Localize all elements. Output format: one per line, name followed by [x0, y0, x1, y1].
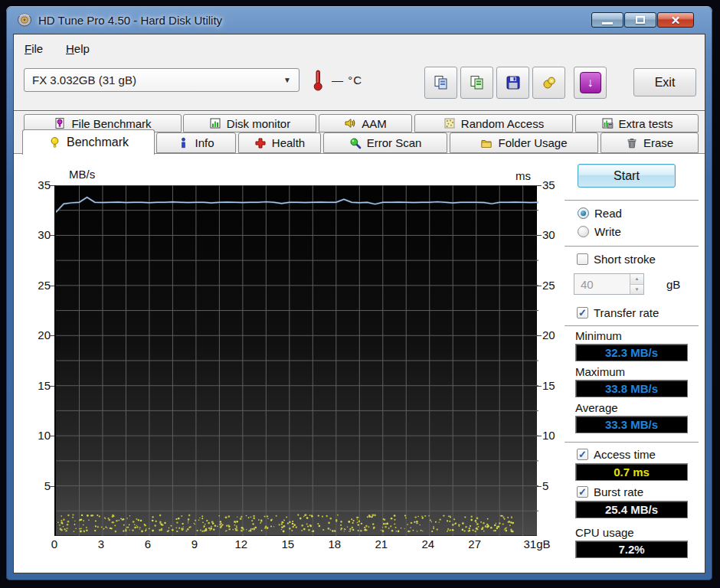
- x-tick-label: 0: [39, 537, 70, 550]
- burst-rate-row: ✓ Burst rate: [577, 485, 643, 498]
- start-button[interactable]: Start: [578, 164, 676, 188]
- info-icon: [178, 137, 189, 149]
- minimize-button[interactable]: [591, 12, 623, 28]
- copy-screenshot-icon: [433, 74, 450, 91]
- burst-rate-label: Burst rate: [594, 485, 643, 498]
- tab-aam[interactable]: AAM: [319, 114, 412, 132]
- toolbar-divider: [14, 110, 705, 112]
- y-tick-label-left: 30: [21, 228, 51, 242]
- short-stroke-value: 40: [574, 274, 630, 294]
- write-radio[interactable]: [578, 226, 589, 237]
- short-stroke-checkbox[interactable]: [577, 253, 588, 265]
- benchmark-chart: [54, 185, 537, 536]
- folder-icon: [480, 137, 493, 149]
- y-tick-mark: [50, 235, 54, 236]
- tab-benchmark[interactable]: Benchmark: [22, 129, 155, 155]
- x-tick-label: 3: [86, 537, 116, 550]
- spinner-up-icon[interactable]: ▲: [630, 274, 643, 285]
- y-tick-mark: [537, 436, 542, 436]
- transfer-rate-label: Transfer rate: [594, 306, 659, 319]
- save-icon: [505, 74, 522, 91]
- close-button[interactable]: ✕: [657, 12, 694, 28]
- drive-select-value: FX 3.032GB (31 gB): [32, 74, 136, 87]
- x-tick-label: 15: [273, 537, 303, 550]
- y-tick-mark: [50, 386, 54, 387]
- exit-button[interactable]: Exit: [633, 68, 696, 96]
- magnifier-icon: [349, 137, 362, 149]
- title-bar: HD Tune Pro 4.50 - Hard Disk Utility ✕: [6, 6, 712, 34]
- tab-health[interactable]: Health: [238, 132, 321, 153]
- tab-info[interactable]: Info: [156, 132, 236, 153]
- y-tick-label-left: 10: [21, 429, 51, 443]
- y-tick-label-left: 25: [21, 279, 51, 292]
- spinner-down-icon[interactable]: ▼: [630, 285, 643, 295]
- y-tick-label-right: 20: [542, 328, 571, 342]
- menu-file[interactable]: File: [20, 40, 47, 57]
- x-end-label: 31gB: [514, 537, 560, 550]
- burst-rate-checkbox[interactable]: ✓: [577, 486, 588, 498]
- tab-folder-usage[interactable]: Folder Usage: [450, 132, 598, 153]
- transfer-rate-checkbox[interactable]: ✓: [577, 307, 588, 318]
- speaker-icon: [344, 117, 356, 129]
- y-tick-mark: [537, 185, 542, 186]
- y-tick-label-right: 25: [542, 279, 571, 292]
- x-tick-label: 18: [319, 537, 350, 550]
- maximize-button[interactable]: [624, 12, 656, 28]
- read-radio[interactable]: [578, 207, 589, 219]
- short-stroke-label: Short stroke: [594, 253, 656, 266]
- tab-disk-monitor[interactable]: Disk monitor: [183, 114, 316, 132]
- options-button[interactable]: [532, 67, 565, 99]
- close-icon: ✕: [671, 15, 681, 26]
- y-tick-label-left: 20: [21, 328, 51, 342]
- x-tick-label: 12: [226, 537, 257, 550]
- app-window: HD Tune Pro 4.50 - Hard Disk Utility ✕ F…: [6, 6, 712, 580]
- read-radio-row: Read: [578, 207, 622, 220]
- drive-select[interactable]: FX 3.032GB (31 gB) ▼: [24, 68, 299, 92]
- export-button[interactable]: ↓: [574, 67, 607, 99]
- menu-help[interactable]: Help: [61, 40, 94, 57]
- y-tick-label-right: 10: [542, 429, 571, 443]
- download-arrow-icon: ↓: [580, 72, 601, 93]
- right-axis-unit: ms: [515, 169, 531, 182]
- x-tick-label: 21: [366, 537, 397, 550]
- short-stroke-row: Short stroke: [577, 253, 656, 266]
- y-tick-mark: [50, 286, 54, 286]
- access-time-checkbox[interactable]: ✓: [577, 449, 588, 460]
- maximum-value: 33.8 MB/s: [575, 380, 688, 397]
- benchmark-pane: MB/s ms 35353030252520201515101055 03691…: [14, 153, 705, 573]
- copy-screenshot-button[interactable]: [424, 67, 457, 99]
- y-tick-label-right: 15: [542, 379, 571, 393]
- write-radio-row: Write: [578, 225, 621, 238]
- transfer-rate-row: ✓ Transfer rate: [577, 306, 659, 319]
- y-tick-mark: [50, 185, 54, 186]
- tab-random-access[interactable]: Random Access: [414, 114, 573, 132]
- short-stroke-unit: gB: [666, 278, 680, 291]
- app-disk-icon: [17, 12, 32, 28]
- average-value: 33.3 MB/s: [575, 416, 688, 433]
- access-time-row: ✓ Access time: [577, 448, 656, 461]
- minimum-label: Minimum: [575, 329, 622, 342]
- access-time-value: 0.7 ms: [575, 463, 688, 481]
- temperature-value: — °C: [332, 74, 362, 87]
- burst-rate-value: 25.4 MB/s: [575, 501, 688, 518]
- y-tick-mark: [537, 286, 542, 286]
- y-tick-mark: [537, 335, 542, 336]
- y-tick-label-left: 35: [21, 178, 51, 192]
- x-tick-label: 24: [413, 537, 443, 550]
- short-stroke-spinner[interactable]: 40 ▲ ▼: [574, 273, 644, 295]
- copy-text-button[interactable]: [460, 67, 493, 99]
- y-tick-mark: [50, 486, 54, 487]
- chevron-down-icon: ▼: [283, 76, 291, 84]
- save-button[interactable]: [496, 67, 529, 99]
- tab-error-scan[interactable]: Error Scan: [323, 132, 447, 153]
- tab-erase[interactable]: Erase: [601, 132, 699, 153]
- left-axis-unit: MB/s: [69, 168, 95, 181]
- y-tick-label-right: 5: [542, 479, 571, 493]
- tab-extra-tests[interactable]: Extra tests: [575, 114, 699, 132]
- client-area: File Help FX 3.032GB (31 gB) ▼ — °C: [13, 34, 705, 573]
- copy-text-icon: [469, 74, 486, 91]
- y-tick-label-left: 15: [21, 379, 51, 393]
- minimum-value: 32.3 MB/s: [575, 344, 688, 361]
- extra-tests-icon: [601, 117, 614, 129]
- x-tick-label: 27: [460, 537, 490, 550]
